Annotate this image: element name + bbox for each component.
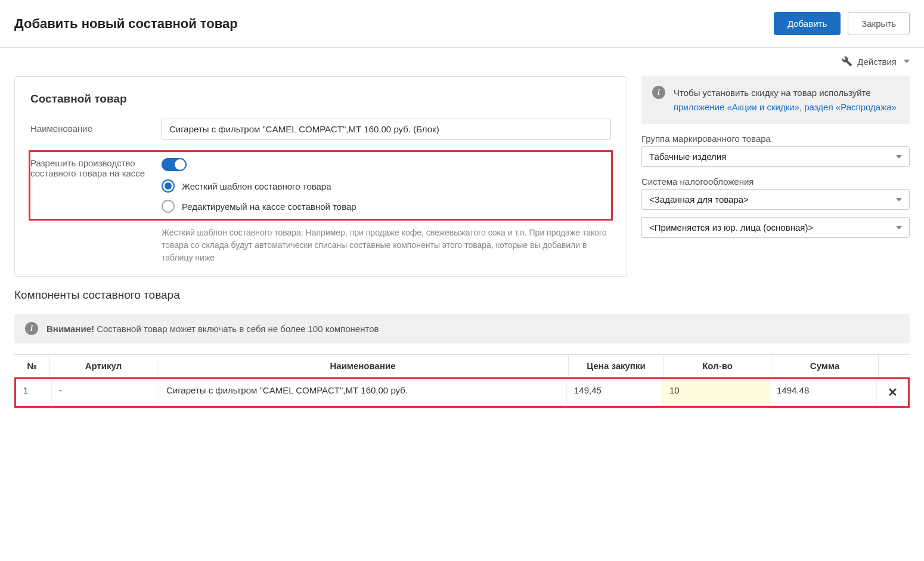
th-num: № — [14, 355, 50, 377]
td-qty[interactable]: 10 — [662, 379, 770, 405]
header-buttons: Добавить Закрыть — [774, 12, 910, 35]
sale-section-link[interactable]: раздел «Распродажа» — [804, 102, 897, 112]
marking-group-select[interactable]: Табачные изделия — [641, 146, 910, 167]
info-icon: i — [25, 322, 38, 335]
allow-label: Разрешить производство составного товара… — [30, 158, 150, 178]
components-section: Компоненты составного товара i Внимание!… — [0, 277, 924, 408]
td-name: Сигареты с фильтром "CAMEL COMPACT",МТ 1… — [159, 379, 567, 405]
td-price[interactable]: 149,45 — [567, 379, 662, 405]
name-label: Наименование — [30, 119, 150, 134]
info-icon: i — [652, 86, 665, 99]
info-text: Чтобы установить скидку на товар использ… — [674, 86, 899, 114]
tax-system-value-2: <Применяется из юр. лица (основная)> — [649, 222, 813, 233]
panel-title: Составной товар — [30, 92, 611, 106]
warning-bold: Внимание! — [46, 324, 94, 334]
name-input[interactable] — [162, 119, 611, 140]
tax-system-select-2[interactable]: <Применяется из юр. лица (основная)> — [641, 217, 910, 238]
tax-system-select-1[interactable]: <Заданная для товара> — [641, 189, 910, 210]
tax-system-label: Система налогообложения — [641, 176, 910, 187]
close-button[interactable]: Закрыть — [848, 12, 910, 35]
chevron-down-icon — [896, 198, 902, 202]
name-row: Наименование — [30, 119, 611, 140]
td-sum: 1494.48 — [770, 379, 877, 405]
th-article: Артикул — [50, 355, 157, 377]
content-area: Составной товар Наименование Разрешить п… — [0, 67, 924, 277]
warning-text-wrap: Внимание! Составной товар может включать… — [46, 324, 379, 334]
actions-label: Действия — [857, 57, 897, 67]
tax-system-group: Система налогообложения <Заданная для то… — [641, 176, 910, 238]
radio-strict-label: Жесткий шаблон составного товара — [182, 181, 331, 191]
radio-icon-unchecked — [162, 200, 175, 213]
header: Добавить новый составной товар Добавить … — [0, 0, 924, 48]
td-num: 1 — [16, 379, 52, 405]
warning-text: Составной товар может включать в себя не… — [94, 324, 379, 334]
warning-banner: i Внимание! Составной товар может включа… — [14, 314, 910, 343]
discount-info-banner: i Чтобы установить скидку на товар испол… — [641, 76, 910, 124]
allow-toggle[interactable] — [162, 158, 187, 171]
chevron-down-icon — [896, 155, 902, 159]
tax-system-value-1: <Заданная для товара> — [649, 194, 749, 204]
radio-icon-checked — [162, 179, 175, 193]
highlighted-table-row: 1 - Сигареты с фильтром "CAMEL COMPACT",… — [14, 377, 910, 408]
help-text: Жесткий шаблон составного товара: Наприм… — [30, 227, 611, 264]
marking-group: Группа маркированного товара Табачные из… — [641, 134, 910, 167]
delete-row-button[interactable]: ✕ — [877, 379, 908, 405]
actions-dropdown[interactable]: Действия — [842, 56, 910, 67]
chevron-down-icon — [896, 226, 902, 230]
radio-editable-label: Редактируемый на кассе составной товар — [182, 202, 356, 212]
th-sum: Сумма — [771, 355, 879, 377]
highlight-allow-box: Разрешить производство составного товара… — [29, 150, 613, 221]
discount-app-link[interactable]: приложение «Акции и скидки» — [674, 102, 799, 112]
components-title: Компоненты составного товара — [14, 289, 910, 302]
marking-group-label: Группа маркированного товара — [641, 134, 910, 144]
radio-strict[interactable]: Жесткий шаблон составного товара — [162, 179, 611, 193]
th-delete — [879, 355, 910, 377]
table-row[interactable]: 1 - Сигареты с фильтром "CAMEL COMPACT",… — [16, 379, 908, 406]
table-header-row: № Артикул Наименование Цена закупки Кол-… — [14, 354, 910, 377]
th-qty: Кол-во — [664, 355, 771, 377]
wrench-icon — [842, 56, 852, 67]
radio-editable[interactable]: Редактируемый на кассе составной товар — [162, 200, 611, 213]
page-title: Добавить новый составной товар — [14, 16, 238, 32]
marking-group-value: Табачные изделия — [649, 151, 726, 162]
chevron-down-icon — [904, 60, 910, 63]
side-panel: i Чтобы установить скидку на товар испол… — [641, 76, 910, 238]
components-table: № Артикул Наименование Цена закупки Кол-… — [14, 354, 910, 408]
th-price: Цена закупки — [569, 355, 664, 377]
add-button[interactable]: Добавить — [774, 12, 841, 35]
main-panel: Составной товар Наименование Разрешить п… — [14, 76, 627, 277]
th-name: Наименование — [157, 355, 569, 377]
td-article: - — [52, 379, 159, 405]
actions-bar: Действия — [0, 48, 924, 67]
